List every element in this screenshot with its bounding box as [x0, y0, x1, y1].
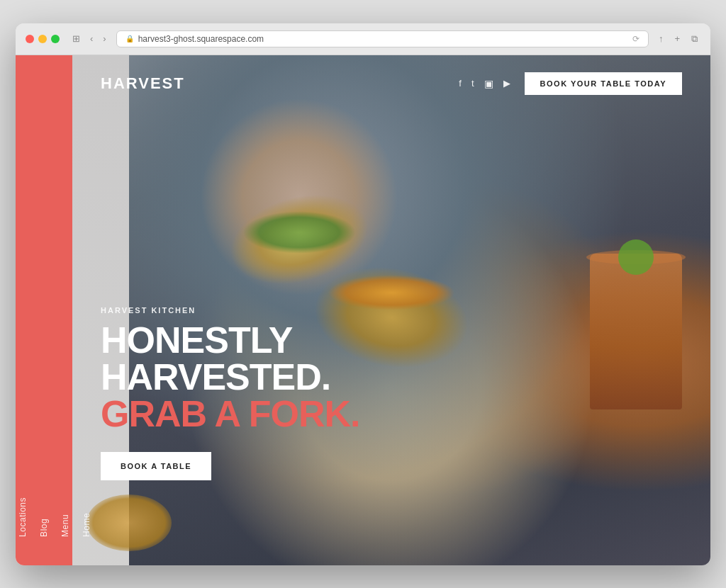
- nav-right: f t ▣ ▶ BOOK YOUR TABLE TODAY: [459, 72, 682, 95]
- browser-actions: ↑ + ⧉: [656, 32, 700, 46]
- hero-title-line1: HONESTLY: [101, 322, 359, 358]
- site-logo: HARVEST: [101, 74, 185, 93]
- back-button[interactable]: ‹: [87, 32, 96, 45]
- hero-title-line3: GRAB A FORK.: [101, 395, 359, 432]
- site-container: Contact Locations Blog Menu Home: [16, 55, 710, 565]
- browser-controls: ⊞ ‹ ›: [69, 32, 109, 45]
- sidebar: Contact Locations Blog Menu Home: [16, 55, 72, 565]
- twitter-icon[interactable]: t: [471, 78, 474, 89]
- youtube-icon[interactable]: ▶: [503, 78, 510, 89]
- sidebar-item-locations[interactable]: Locations: [16, 497, 33, 537]
- new-tab-button[interactable]: +: [671, 32, 683, 45]
- maximize-button[interactable]: [51, 35, 60, 43]
- hero-subtitle: HARVEST KITCHEN: [101, 306, 359, 315]
- sidebar-item-blog[interactable]: Blog: [33, 497, 55, 537]
- reload-icon[interactable]: ⟳: [632, 34, 640, 44]
- traffic-lights: [26, 35, 60, 43]
- sidebar-item-home[interactable]: Home: [76, 497, 97, 537]
- hero-content: HARVEST KITCHEN HONESTLY HARVESTED. GRAB…: [101, 306, 359, 480]
- close-button[interactable]: [26, 35, 34, 43]
- instagram-icon[interactable]: ▣: [484, 78, 493, 89]
- browser-toolbar: ⊞ ‹ › 🔒 harvest3-ghost.squarespace.com ⟳…: [16, 23, 710, 55]
- address-bar[interactable]: 🔒 harvest3-ghost.squarespace.com ⟳: [116, 30, 649, 47]
- hero-cta-button[interactable]: BOOK A TABLE: [101, 452, 211, 480]
- window-icon[interactable]: ⊞: [69, 32, 83, 45]
- minimize-button[interactable]: [38, 35, 47, 43]
- book-table-button[interactable]: BOOK YOUR TABLE TODAY: [525, 72, 682, 95]
- social-icons: f t ▣ ▶: [459, 78, 510, 89]
- hero-title-line2: HARVESTED.: [101, 358, 359, 395]
- main-content: HARVEST f t ▣ ▶ BOOK YOUR TABLE TODAY HA…: [72, 55, 710, 565]
- browser-window: ⊞ ‹ › 🔒 harvest3-ghost.squarespace.com ⟳…: [16, 23, 710, 565]
- copy-window-button[interactable]: ⧉: [688, 32, 700, 46]
- forward-button[interactable]: ›: [100, 32, 108, 45]
- sidebar-item-menu[interactable]: Menu: [55, 497, 76, 537]
- top-nav: HARVEST f t ▣ ▶ BOOK YOUR TABLE TODAY: [72, 55, 710, 112]
- sidebar-nav: Contact Locations Blog Menu Home: [16, 497, 97, 537]
- share-button[interactable]: ↑: [656, 32, 666, 45]
- lock-icon: 🔒: [125, 35, 134, 43]
- url-text: harvest3-ghost.squarespace.com: [138, 34, 264, 44]
- facebook-icon[interactable]: f: [459, 78, 462, 89]
